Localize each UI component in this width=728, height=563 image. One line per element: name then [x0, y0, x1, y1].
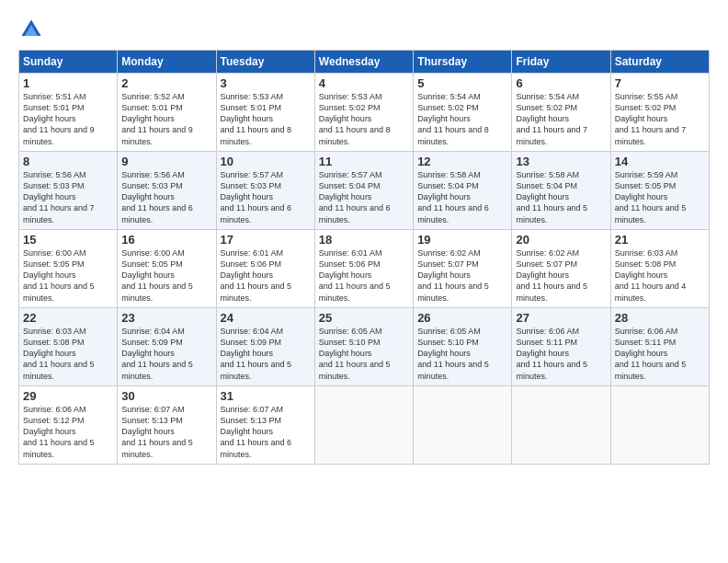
day-number: 7 [615, 76, 705, 90]
daylight-label: Daylight hours [615, 192, 668, 201]
daylight-hours: and 11 hours and 5 minutes. [516, 360, 587, 380]
sunrise-label: Sunrise: 6:03 AM [23, 327, 86, 336]
sunset-label: Sunset: 5:08 PM [615, 259, 677, 269]
daylight-hours: and 11 hours and 9 minutes. [23, 125, 95, 145]
day-info: Sunrise: 5:53 AM Sunset: 5:01 PM Dayligh… [221, 91, 311, 147]
calendar-cell: 29 Sunrise: 6:06 AM Sunset: 5:12 PM Dayl… [19, 386, 118, 465]
calendar-cell: 9 Sunrise: 5:56 AM Sunset: 5:03 PM Dayli… [118, 152, 216, 230]
sunrise-label: Sunrise: 5:54 AM [516, 92, 579, 101]
daylight-hours: and 11 hours and 6 minutes. [121, 203, 193, 224]
daylight-hours: and 11 hours and 6 minutes. [319, 203, 391, 224]
day-number: 30 [121, 389, 211, 403]
calendar-cell: 2 Sunrise: 5:52 AM Sunset: 5:01 PM Dayli… [118, 74, 216, 152]
daylight-label: Daylight hours [23, 270, 76, 280]
day-number: 20 [516, 233, 606, 247]
sunset-label: Sunset: 5:04 PM [516, 181, 577, 190]
calendar-cell: 31 Sunrise: 6:07 AM Sunset: 5:13 PM Dayl… [216, 386, 314, 465]
day-number: 6 [516, 76, 606, 90]
sunrise-label: Sunrise: 6:06 AM [615, 327, 678, 336]
sunset-label: Sunset: 5:07 PM [516, 259, 577, 269]
calendar-cell: 22 Sunrise: 6:03 AM Sunset: 5:08 PM Dayl… [19, 308, 118, 386]
calendar-header-row: SundayMondayTuesdayWednesdayThursdayFrid… [19, 51, 710, 74]
calendar-cell: 8 Sunrise: 5:56 AM Sunset: 5:03 PM Dayli… [19, 152, 118, 230]
sunset-label: Sunset: 5:07 PM [417, 259, 479, 269]
calendar-cell: 30 Sunrise: 6:07 AM Sunset: 5:13 PM Dayl… [118, 386, 216, 465]
daylight-label: Daylight hours [23, 114, 76, 123]
calendar-day-header: Saturday [610, 51, 709, 74]
day-number: 24 [221, 311, 311, 325]
sunset-label: Sunset: 5:03 PM [23, 181, 85, 190]
sunset-label: Sunset: 5:02 PM [417, 103, 479, 112]
calendar-cell: 1 Sunrise: 5:51 AM Sunset: 5:01 PM Dayli… [19, 74, 118, 152]
calendar-cell [610, 386, 709, 465]
calendar-cell: 12 Sunrise: 5:58 AM Sunset: 5:04 PM Dayl… [414, 152, 512, 230]
sunset-label: Sunset: 5:08 PM [23, 338, 85, 347]
daylight-hours: and 11 hours and 5 minutes. [121, 360, 193, 380]
day-info: Sunrise: 6:02 AM Sunset: 5:07 PM Dayligh… [417, 247, 507, 304]
day-number: 26 [417, 311, 507, 325]
day-number: 25 [319, 311, 409, 325]
daylight-hours: and 11 hours and 5 minutes. [121, 438, 193, 458]
daylight-hours: and 11 hours and 8 minutes. [319, 125, 391, 145]
sunrise-label: Sunrise: 6:05 AM [417, 327, 481, 336]
sunrise-label: Sunrise: 6:07 AM [121, 405, 185, 414]
daylight-label: Daylight hours [516, 192, 569, 201]
day-info: Sunrise: 5:57 AM Sunset: 5:04 PM Dayligh… [319, 169, 409, 225]
calendar-day-header: Monday [118, 51, 216, 74]
calendar-cell: 15 Sunrise: 6:00 AM Sunset: 5:05 PM Dayl… [19, 230, 118, 308]
logo [18, 17, 46, 42]
day-info: Sunrise: 6:06 AM Sunset: 5:11 PM Dayligh… [516, 326, 606, 382]
daylight-label: Daylight hours [516, 270, 569, 280]
sunrise-label: Sunrise: 6:00 AM [23, 248, 86, 258]
day-number: 1 [23, 76, 113, 90]
daylight-label: Daylight hours [221, 192, 274, 201]
sunset-label: Sunset: 5:05 PM [121, 259, 183, 269]
daylight-label: Daylight hours [319, 349, 372, 358]
sunrise-label: Sunrise: 5:57 AM [221, 170, 284, 179]
calendar: SundayMondayTuesdayWednesdayThursdayFrid… [18, 50, 710, 465]
calendar-cell: 20 Sunrise: 6:02 AM Sunset: 5:07 PM Dayl… [512, 230, 610, 308]
day-number: 5 [417, 76, 507, 90]
sunrise-label: Sunrise: 5:53 AM [319, 92, 382, 101]
day-info: Sunrise: 5:54 AM Sunset: 5:02 PM Dayligh… [516, 91, 606, 147]
day-number: 2 [121, 76, 211, 90]
sunrise-label: Sunrise: 6:01 AM [221, 248, 284, 258]
daylight-hours: and 11 hours and 5 minutes. [417, 282, 489, 302]
calendar-cell: 7 Sunrise: 5:55 AM Sunset: 5:02 PM Dayli… [610, 74, 709, 152]
daylight-hours: and 11 hours and 5 minutes. [319, 360, 391, 380]
daylight-label: Daylight hours [516, 114, 569, 123]
calendar-cell: 5 Sunrise: 5:54 AM Sunset: 5:02 PM Dayli… [414, 74, 512, 152]
sunset-label: Sunset: 5:06 PM [319, 259, 381, 269]
sunrise-label: Sunrise: 6:02 AM [417, 248, 481, 258]
sunset-label: Sunset: 5:01 PM [221, 103, 282, 112]
daylight-label: Daylight hours [417, 349, 471, 358]
daylight-label: Daylight hours [221, 349, 274, 358]
sunrise-label: Sunrise: 6:06 AM [516, 327, 579, 336]
calendar-cell: 27 Sunrise: 6:06 AM Sunset: 5:11 PM Dayl… [512, 308, 610, 386]
daylight-label: Daylight hours [417, 270, 471, 280]
daylight-label: Daylight hours [121, 192, 175, 201]
calendar-week-row: 1 Sunrise: 5:51 AM Sunset: 5:01 PM Dayli… [19, 74, 710, 152]
daylight-hours: and 11 hours and 9 minutes. [121, 125, 193, 145]
day-info: Sunrise: 6:06 AM Sunset: 5:11 PM Dayligh… [615, 326, 705, 382]
daylight-hours: and 11 hours and 6 minutes. [221, 438, 292, 458]
daylight-label: Daylight hours [121, 349, 175, 358]
sunset-label: Sunset: 5:10 PM [319, 338, 381, 347]
sunset-label: Sunset: 5:01 PM [121, 103, 183, 112]
sunset-label: Sunset: 5:11 PM [615, 338, 677, 347]
sunrise-label: Sunrise: 6:06 AM [23, 405, 86, 414]
daylight-label: Daylight hours [221, 270, 274, 280]
calendar-cell: 16 Sunrise: 6:00 AM Sunset: 5:05 PM Dayl… [118, 230, 216, 308]
sunrise-label: Sunrise: 5:59 AM [615, 170, 678, 179]
calendar-cell: 18 Sunrise: 6:01 AM Sunset: 5:06 PM Dayl… [314, 230, 413, 308]
daylight-label: Daylight hours [23, 349, 76, 358]
day-info: Sunrise: 5:56 AM Sunset: 5:03 PM Dayligh… [23, 169, 113, 225]
calendar-cell: 3 Sunrise: 5:53 AM Sunset: 5:01 PM Dayli… [216, 74, 314, 152]
daylight-hours: and 11 hours and 5 minutes. [615, 203, 687, 224]
daylight-hours: and 11 hours and 5 minutes. [319, 282, 391, 302]
calendar-day-header: Friday [512, 51, 610, 74]
day-info: Sunrise: 6:03 AM Sunset: 5:08 PM Dayligh… [23, 326, 113, 382]
day-info: Sunrise: 6:07 AM Sunset: 5:13 PM Dayligh… [121, 404, 211, 460]
sunrise-label: Sunrise: 6:04 AM [221, 327, 284, 336]
daylight-label: Daylight hours [417, 114, 471, 123]
